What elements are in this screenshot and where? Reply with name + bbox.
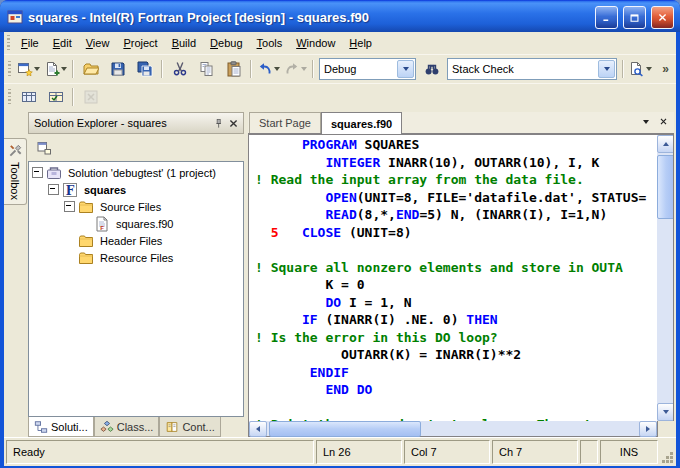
copy-button[interactable] — [193, 58, 220, 80]
minimize-button[interactable] — [595, 6, 618, 29]
code-segment: DO — [325, 295, 341, 310]
menubar-grip[interactable] — [7, 35, 10, 51]
close-button[interactable] — [651, 6, 674, 29]
save-button[interactable] — [104, 58, 131, 80]
menu-file[interactable]: File — [14, 33, 46, 53]
tree-item-label: Resource Files — [98, 252, 175, 264]
close-document-button[interactable] — [656, 114, 671, 129]
close-icon — [659, 117, 668, 126]
undo-button[interactable] — [255, 58, 282, 80]
folder-icon — [78, 199, 94, 215]
find-combo[interactable]: Stack Check — [447, 58, 617, 80]
toolbar-grip[interactable] — [8, 89, 11, 105]
code-line[interactable]: PROGRAM SQUARES — [255, 136, 657, 154]
code-line[interactable]: END DO — [255, 381, 657, 399]
tab-squares-f90[interactable]: squares.f90 — [321, 112, 402, 134]
document-list-button[interactable] — [638, 114, 653, 129]
code-line[interactable] — [255, 241, 657, 259]
open-folder-button[interactable] — [77, 58, 104, 80]
menu-tools[interactable]: Tools — [250, 33, 290, 53]
tree-expander[interactable] — [32, 167, 43, 178]
save-all-button[interactable] — [131, 58, 158, 80]
code-segment: CLOSE — [302, 225, 341, 240]
code-line[interactable]: ENDIF — [255, 364, 657, 382]
toolbox-tab[interactable]: Toolbox — [4, 138, 27, 205]
menu-edit[interactable]: Edit — [46, 33, 79, 53]
toolbar-grip[interactable] — [8, 61, 11, 77]
build-button[interactable] — [42, 86, 69, 108]
horizontal-scrollbar-track[interactable] — [267, 421, 639, 436]
combo-dropdown-button[interactable] — [397, 60, 414, 78]
tree-item-resource-files[interactable]: Resource Files — [29, 249, 243, 266]
title-bar[interactable]: squares - Intel(R) Fortran Project [desi… — [0, 0, 680, 32]
horizontal-scrollbar-thumb[interactable] — [269, 421, 421, 437]
code-line[interactable]: ! Is the error in this DO loop? — [255, 329, 657, 347]
find-in-files-button[interactable] — [627, 58, 654, 80]
horizontal-scrollbar[interactable] — [248, 421, 658, 437]
code-line[interactable]: 5 CLOSE (UNIT=8) — [255, 224, 657, 242]
code-line[interactable]: K = 0 — [255, 276, 657, 294]
tree-item-project-squ[interactable]: Fsquares — [29, 181, 243, 198]
tree-item-header-files[interactable]: Header Files — [29, 232, 243, 249]
tab-class-view[interactable]: Class... — [94, 417, 160, 437]
tree-item-solution[interactable]: Solution 'debugtest' (1 project) — [29, 164, 243, 181]
code-segment: INTEGER — [325, 155, 380, 170]
tab-solution-explorer[interactable]: Soluti... — [28, 417, 94, 437]
code-line[interactable]: OPEN(UNIT=8, FILE='datafile.dat', STATUS… — [255, 189, 657, 207]
menu-build[interactable]: Build — [165, 33, 203, 53]
code-line[interactable]: ! Read the input array from the data fil… — [255, 171, 657, 189]
cut-button[interactable] — [166, 58, 193, 80]
tab-contents[interactable]: Cont... — [159, 417, 220, 437]
code-line[interactable]: DO I = 1, N — [255, 294, 657, 312]
menu-debug[interactable]: Debug — [203, 33, 249, 53]
menu-view[interactable]: View — [79, 33, 117, 53]
undo-icon — [257, 61, 273, 77]
properties-button[interactable] — [30, 138, 57, 158]
window-resize-grip[interactable] — [660, 440, 674, 464]
code-line[interactable] — [255, 399, 657, 417]
vertical-scrollbar-track[interactable] — [657, 153, 673, 403]
code-line[interactable]: INTEGER INARR(10), OUTARR(10), I, K — [255, 154, 657, 172]
maximize-button[interactable] — [623, 6, 646, 29]
document-tabs: Start Pagesquares.f90 — [248, 112, 674, 134]
menu-project[interactable]: Project — [116, 33, 164, 53]
scroll-right-button[interactable] — [639, 421, 657, 437]
tab-start-page[interactable]: Start Page — [249, 112, 321, 133]
status-insert-mode: INS — [600, 440, 658, 464]
redo-button[interactable] — [282, 58, 309, 80]
scroll-up-button[interactable] — [657, 135, 674, 153]
new-project-button[interactable] — [15, 58, 42, 80]
compile-button[interactable] — [15, 86, 42, 108]
add-item-button[interactable] — [42, 58, 69, 80]
code-segment: THEN — [466, 312, 497, 327]
tree-item-source-files[interactable]: Source Files — [29, 198, 243, 215]
stop-build-button[interactable] — [77, 86, 104, 108]
code-line[interactable]: READ(8,*,END=5) N, (INARR(I), I=1,N) — [255, 206, 657, 224]
scroll-down-button[interactable] — [657, 403, 674, 421]
menu-window[interactable]: Window — [289, 33, 342, 53]
tree-item-squares-f90[interactable]: Fsquares.f90 — [29, 215, 243, 232]
toolbar-options-button[interactable]: » — [658, 62, 673, 76]
code-line[interactable]: OUTARR(K) = INARR(I)**2 — [255, 346, 657, 364]
solution-explorer-titlebar[interactable]: Solution Explorer - squares — [28, 112, 244, 134]
code-line[interactable]: ! Square all nonzero elements and store … — [255, 259, 657, 277]
find-button[interactable] — [418, 58, 445, 80]
solution-explorer-close-button[interactable] — [226, 116, 241, 130]
code-line[interactable]: IF (INARR(I) .NE. 0) THEN — [255, 311, 657, 329]
tree-expander[interactable] — [48, 184, 59, 195]
solution-configurations-combo[interactable]: Debug — [319, 58, 416, 80]
auto-hide-pin-button[interactable] — [211, 116, 226, 130]
tree-expander[interactable] — [64, 201, 75, 212]
vertical-scrollbar-thumb[interactable] — [657, 155, 674, 219]
combo-dropdown-button[interactable] — [598, 60, 615, 78]
tree-item-label: squares — [82, 184, 128, 196]
scroll-left-button[interactable] — [249, 421, 267, 437]
code-editor[interactable]: PROGRAM SQUARES INTEGER INARR(10), OUTAR… — [249, 135, 657, 421]
vertical-scrollbar[interactable] — [657, 135, 673, 421]
menu-help[interactable]: Help — [342, 33, 379, 53]
editor-group: Start Pagesquares.f90 PROGRAM SQUARES IN… — [248, 112, 674, 437]
svg-text:F: F — [66, 183, 75, 197]
toolbox-label: Toolbox — [9, 162, 21, 200]
paste-button[interactable] — [220, 58, 247, 80]
status-character-indicator: Ch 7 — [492, 440, 578, 464]
